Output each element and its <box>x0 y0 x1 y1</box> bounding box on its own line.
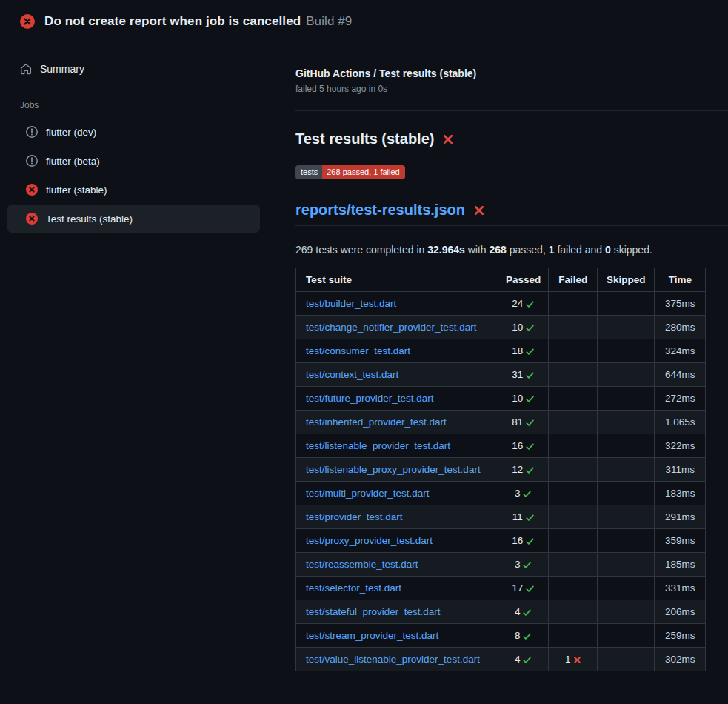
test-suite-link[interactable]: test/listenable_provider_test.dart <box>306 440 450 451</box>
check-icon <box>525 299 535 309</box>
column-header-failed: Failed <box>549 268 598 292</box>
failed-cell <box>549 624 598 648</box>
summary-text: 269 tests were completed in <box>295 244 427 256</box>
failed-cell: 1 <box>549 648 598 671</box>
failed-value: 1 <box>565 654 581 665</box>
passed-count: 4 <box>515 654 521 665</box>
check-icon <box>522 489 532 499</box>
sidebar: Summary Jobs flutter (dev)flutter (beta)… <box>0 42 284 233</box>
check-icon <box>525 442 535 451</box>
time-cell: 1.065s <box>655 411 706 434</box>
test-suite-link[interactable]: test/listenable_proxy_provider_test.dart <box>306 464 481 475</box>
test-suite-link[interactable]: test/proxy_provider_test.dart <box>306 535 433 546</box>
test-suite-cell: test/change_notifier_provider_test.dart <box>296 316 498 339</box>
test-suite-link[interactable]: test/provider_test.dart <box>306 511 403 522</box>
header: Do not create report when job is cancell… <box>0 0 728 42</box>
check-run-title-text: Test results (stable) <box>295 130 434 147</box>
test-suite-link[interactable]: test/inherited_provider_test.dart <box>306 416 447 428</box>
passed-value: 81 <box>512 416 535 428</box>
failed-cell <box>549 577 598 600</box>
skipped-cell <box>598 411 655 434</box>
time-cell: 331ms <box>655 577 706 600</box>
failed-cell <box>549 600 598 624</box>
summary-text: failed and <box>555 244 606 256</box>
test-suite-cell: test/inherited_provider_test.dart <box>296 411 498 434</box>
passed-value: 17 <box>512 582 535 594</box>
failed-cell <box>549 458 598 482</box>
test-suite-link[interactable]: test/context_test.dart <box>306 369 398 380</box>
table-row: test/change_notifier_provider_test.dart1… <box>296 316 706 339</box>
test-suite-link[interactable]: test/multi_provider_test.dart <box>306 488 430 499</box>
passed-count: 11 <box>512 511 523 522</box>
table-header-row: Test suitePassedFailedSkippedTime <box>296 268 706 292</box>
tests-badge: tests 268 passed, 1 failed <box>295 165 405 179</box>
sidebar-item-label: flutter (stable) <box>46 185 107 196</box>
divider <box>295 110 728 111</box>
badge-label: tests <box>295 165 322 179</box>
sidebar-item-test-results-stable[interactable]: Test results (stable) <box>7 205 260 233</box>
passed-count: 24 <box>512 298 523 309</box>
sidebar-item-flutter-dev[interactable]: flutter (dev) <box>7 118 260 146</box>
sidebar-item-flutter-beta[interactable]: flutter (beta) <box>7 147 260 175</box>
failed-cell <box>549 553 598 577</box>
table-row: test/consumer_test.dart18324ms <box>296 339 706 363</box>
column-header-passed: Passed <box>498 268 549 292</box>
test-suite-cell: test/stateful_provider_test.dart <box>296 600 498 624</box>
sidebar-item-label: flutter (dev) <box>46 127 96 138</box>
run-meta: failed 5 hours ago in 0s <box>295 84 728 94</box>
passed-cell: 16 <box>498 434 549 458</box>
sidebar-item-label: Test results (stable) <box>46 213 133 225</box>
table-row: test/value_listenable_provider_test.dart… <box>296 648 706 671</box>
test-suite-link[interactable]: test/selector_test.dart <box>306 582 401 594</box>
skipped-cell <box>598 292 655 316</box>
time-cell: 375ms <box>655 292 706 316</box>
passed-value: 10 <box>512 393 535 404</box>
x-cross-icon <box>573 656 581 664</box>
test-suite-cell: test/stream_provider_test.dart <box>296 624 498 648</box>
table-row: test/future_provider_test.dart10272ms <box>296 387 706 411</box>
time-cell: 259ms <box>655 624 706 648</box>
x-circle-icon <box>26 184 38 196</box>
alert-circle-icon <box>26 155 38 167</box>
sidebar-item-label: flutter (beta) <box>46 156 100 167</box>
report-file-link[interactable]: reports/test-results.json <box>295 202 465 219</box>
passed-cell: 10 <box>498 316 549 339</box>
check-icon <box>525 418 535 428</box>
table-row: test/reassemble_test.dart3185ms <box>296 553 706 577</box>
skipped-cell <box>598 505 655 529</box>
summary-passed-count: 268 <box>490 244 507 256</box>
test-suite-link[interactable]: test/reassemble_test.dart <box>306 559 418 570</box>
results-table: Test suitePassedFailedSkippedTime test/b… <box>295 268 706 671</box>
passed-count: 10 <box>512 393 523 404</box>
home-icon <box>20 63 32 75</box>
time-cell: 183ms <box>655 482 706 505</box>
failed-cell <box>549 363 598 387</box>
table-row: test/listenable_provider_test.dart16322m… <box>296 434 706 458</box>
table-row: test/provider_test.dart11291ms <box>296 505 706 529</box>
summary-label: Summary <box>40 63 84 75</box>
sidebar-item-flutter-stable[interactable]: flutter (stable) <box>7 176 260 204</box>
passed-value: 16 <box>512 440 535 451</box>
skipped-cell <box>598 648 655 671</box>
test-suite-link[interactable]: test/value_listenable_provider_test.dart <box>306 654 480 665</box>
sidebar-item-summary[interactable]: Summary <box>7 57 260 81</box>
test-suite-link[interactable]: test/change_notifier_provider_test.dart <box>306 322 476 333</box>
layout: Summary Jobs flutter (dev)flutter (beta)… <box>0 42 728 671</box>
check-icon <box>522 631 532 641</box>
test-suite-link[interactable]: test/stateful_provider_test.dart <box>306 606 441 617</box>
time-cell: 359ms <box>655 529 706 553</box>
passed-cell: 4 <box>498 648 549 671</box>
time-cell: 272ms <box>655 387 706 411</box>
table-row: test/proxy_provider_test.dart16359ms <box>296 529 706 553</box>
test-suite-link[interactable]: test/consumer_test.dart <box>306 345 410 356</box>
test-suite-cell: test/selector_test.dart <box>296 577 498 600</box>
failed-cell <box>549 339 598 363</box>
test-suite-link[interactable]: test/future_provider_test.dart <box>306 393 434 404</box>
passed-count: 31 <box>512 369 523 380</box>
test-suite-link[interactable]: test/stream_provider_test.dart <box>306 630 438 641</box>
skipped-cell <box>598 553 655 577</box>
build-number: Build #9 <box>306 14 352 28</box>
passed-value: 4 <box>515 654 532 665</box>
test-suite-link[interactable]: test/builder_test.dart <box>306 298 396 309</box>
time-cell: 311ms <box>655 458 706 482</box>
